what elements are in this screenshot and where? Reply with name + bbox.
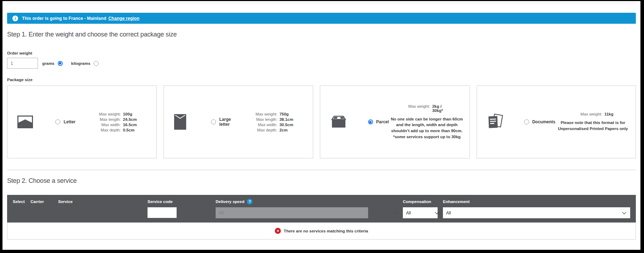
documents-note: Please note that this format is for Unpe… [555,120,631,131]
column-carrier: Carrier [30,199,58,204]
parcel-label: Parcel [376,119,389,124]
no-services-row: ✕ There are no services matching this cr… [7,223,636,240]
letter-option[interactable]: Letter [55,119,76,124]
spec-label: Max length: [91,117,121,122]
column-service-code: Service code [148,199,216,204]
spec-value: 100g [123,112,137,116]
spec-label: Max depth: [91,128,121,132]
spec-label: Max weight: [400,104,430,113]
large-letter-radio[interactable] [211,119,216,124]
documents-radio[interactable] [524,119,529,124]
large-letter-specs: Max weight:750g Max length:38.1cm Max wi… [248,112,293,132]
column-select: Select [13,199,30,204]
region-banner: i This order is going to France - Mainla… [7,13,636,24]
services-table-header: Select Carrier Service Service code Deli… [7,195,636,223]
parcel-specs: Max weight:2kg / 30kg* [400,104,454,113]
spec-label: Max weight: [248,112,277,116]
package-card-parcel[interactable]: Parcel Max weight:2kg / 30kg* No one sid… [320,85,470,158]
spec-value: 750g [279,112,293,116]
spec-value: 2kg / 30kg* [432,104,454,113]
spec-label: Max length: [248,117,277,122]
error-icon: ✕ [275,228,281,234]
section-divider [7,170,636,170]
spec-label: Max width: [248,123,277,127]
step2-title: Step 2. Choose a service [7,177,636,185]
documents-specs: Max weight:11kg [572,112,614,116]
spec-value: 0.5cm [123,128,137,132]
info-icon: i [12,16,18,21]
kilograms-radio[interactable] [94,61,99,66]
column-delivery-speed: Delivery speed [216,199,244,204]
spec-value: 30.5cm [279,123,293,127]
spec-value: 16.5cm [123,123,137,127]
package-card-large-letter[interactable]: Large letter Max weight:750g Max length:… [163,85,313,158]
package-size-label: Package size [7,78,636,82]
spec-label: Max width: [91,123,121,127]
kilograms-label: kilograms [71,61,90,66]
column-enhancement: Enhancement [443,199,630,204]
spec-value: 24.5cm [123,117,137,122]
documents-icon [487,114,524,130]
order-weight-label: Order weight [7,51,636,55]
spec-label: Max weight: [91,112,121,116]
order-weight-input[interactable] [7,58,38,69]
unit-grams[interactable]: grams [42,61,63,66]
column-service: Service [58,199,148,204]
grams-radio[interactable] [58,61,63,66]
weight-row: grams kilograms [7,58,636,69]
large-letter-label: Large letter [219,117,233,127]
letter-radio[interactable] [55,119,60,124]
column-compensation: Compensation [403,199,443,204]
documents-option[interactable]: Documents [524,119,555,124]
no-services-message: There are no services matching this crit… [284,229,368,233]
package-card-documents[interactable]: Documents Max weight:11kg Please note th… [477,85,636,158]
documents-label: Documents [532,119,555,124]
parcel-radio[interactable] [368,119,373,124]
change-region-link[interactable]: Change region [109,16,140,21]
large-letter-option[interactable]: Large letter [211,117,233,127]
service-code-input[interactable] [148,207,177,218]
parcel-icon [330,115,367,129]
spec-value: 11kg [604,112,614,116]
spec-value: 2cm [279,128,293,132]
letter-specs: Max weight:100g Max length:24.5cm Max wi… [91,112,137,132]
letter-label: Letter [63,119,75,124]
compensation-select[interactable]: All [403,207,438,218]
step1-title: Step 1. Enter the weight and choose the … [7,31,636,38]
parcel-option[interactable]: Parcel [367,119,389,124]
package-card-letter[interactable]: Letter Max weight:100g Max length:24.5cm… [7,85,157,158]
spec-value: 38.1cm [279,117,293,122]
package-size-options: Letter Max weight:100g Max length:24.5cm… [7,85,636,158]
delivery-speed-select[interactable]: All [216,207,368,218]
services-table: Select Carrier Service Service code Deli… [7,195,636,240]
grams-label: grams [42,61,55,66]
order-shipping-page: i This order is going to France - Mainla… [0,0,644,253]
spec-label: Max depth: [248,128,277,132]
enhancement-select[interactable]: All [443,207,630,218]
region-banner-text: This order is going to France - Mainland [22,16,106,21]
top-divider [7,3,636,3]
delivery-speed-help-icon[interactable]: ? [247,199,252,204]
spec-label: Max weight: [572,112,602,116]
parcel-note: No one side can be longer than 60cm and … [389,116,465,140]
unit-kilograms[interactable]: kilograms [71,61,99,66]
large-letter-icon [174,114,211,130]
letter-icon [17,116,55,128]
